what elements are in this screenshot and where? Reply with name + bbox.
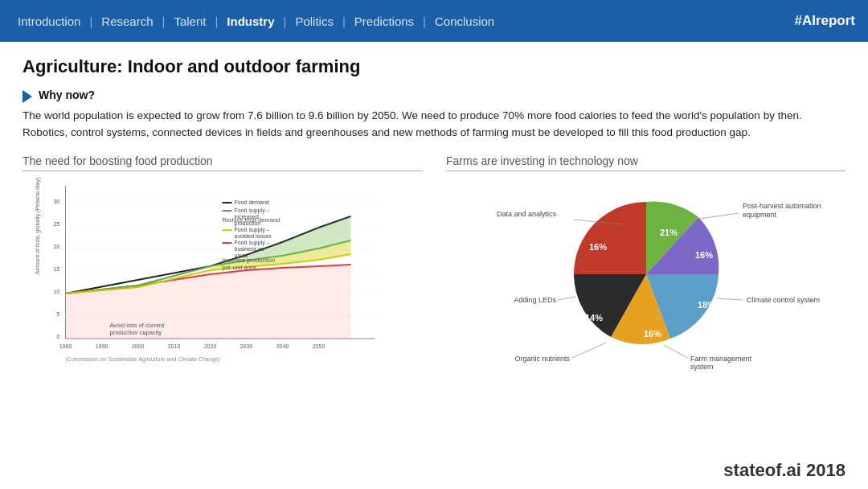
svg-rect-38: [223, 229, 232, 231]
svg-text:production capacity: production capacity: [110, 329, 162, 336]
nav-item-industry[interactable]: Industry: [222, 11, 279, 31]
navbar: Introduction | Research | Talent | Indus…: [0, 0, 868, 42]
svg-text:10: 10: [54, 289, 60, 294]
description-text: The world population is expected to grow…: [23, 108, 810, 142]
nav-separator: |: [215, 14, 218, 28]
nav-separator: |: [342, 14, 346, 28]
svg-marker-26: [66, 265, 351, 339]
svg-text:increased: increased: [235, 214, 259, 220]
svg-text:16%: 16%: [588, 242, 606, 252]
svg-line-61: [664, 345, 688, 358]
svg-text:0: 0: [57, 334, 60, 339]
pie-chart-container: 21% 16% 18% 16% 14% 16%: [446, 178, 845, 371]
svg-text:15: 15: [54, 266, 60, 272]
nav-item-politics[interactable]: Politics: [290, 11, 338, 31]
line-chart-container: 0 5 10 15 20 25 30 Amount of food, globa…: [23, 178, 422, 371]
svg-text:2050: 2050: [313, 343, 326, 349]
pie-chart-svg: 21% 16% 18% 16% 14% 16%: [453, 178, 839, 371]
svg-text:20: 20: [54, 244, 60, 249]
page-title: Agriculture: Indoor and outdoor farming: [23, 56, 845, 77]
svg-text:1990: 1990: [96, 343, 108, 349]
svg-text:2040: 2040: [276, 343, 289, 349]
nav-item-conclusion[interactable]: Conclusion: [430, 11, 499, 31]
svg-text:Amount of food, globally (Peta: Amount of food, globally (Petacal./day): [35, 178, 41, 274]
left-chart-title: The need for boosting food production: [23, 154, 422, 171]
why-now-arrow-icon: [23, 90, 32, 103]
svg-text:Farm management: Farm management: [690, 355, 752, 363]
nav-item-introduction[interactable]: Introduction: [13, 11, 85, 31]
svg-text:avoided losses: avoided losses: [235, 233, 272, 239]
svg-line-56: [694, 213, 739, 220]
svg-text:Avoid loss of current: Avoid loss of current: [110, 322, 166, 329]
svg-text:5: 5: [57, 311, 60, 317]
svg-text:2030: 2030: [240, 343, 253, 349]
svg-rect-41: [223, 242, 232, 244]
left-chart-section: The need for boosting food production 0 …: [23, 154, 422, 371]
charts-row: The need for boosting food production 0 …: [23, 154, 845, 371]
nav-links: Introduction | Research | Talent | Indus…: [13, 11, 499, 31]
svg-text:per unit area: per unit area: [223, 264, 257, 271]
svg-text:30: 30: [54, 199, 60, 204]
svg-text:14%: 14%: [584, 313, 602, 323]
svg-line-65: [558, 297, 575, 300]
svg-text:25: 25: [54, 221, 60, 227]
svg-text:usual: usual: [235, 253, 248, 258]
main-content: Agriculture: Indoor and outdoor farming …: [0, 42, 868, 379]
svg-text:16%: 16%: [694, 250, 712, 260]
svg-text:18%: 18%: [697, 300, 714, 310]
svg-text:system: system: [690, 363, 714, 371]
svg-text:16%: 16%: [643, 329, 661, 339]
svg-text:21%: 21%: [659, 228, 677, 237]
svg-text:Food demand: Food demand: [235, 199, 269, 205]
svg-text:equipment: equipment: [743, 211, 777, 219]
svg-text:Adding LEDs: Adding LEDs: [514, 296, 556, 304]
nav-item-research[interactable]: Research: [96, 11, 158, 31]
nav-item-predictions[interactable]: Predictions: [350, 11, 419, 31]
svg-text:2010: 2010: [168, 343, 181, 349]
svg-text:(Commission on Sustainable Agr: (Commission on Sustainable Agriculture a…: [66, 356, 220, 363]
svg-text:1980: 1980: [59, 343, 72, 349]
svg-text:production: production: [235, 220, 261, 227]
svg-text:Climate control system: Climate control system: [747, 296, 820, 304]
nav-separator: |: [423, 14, 426, 28]
svg-text:Data and analytics: Data and analytics: [496, 210, 556, 218]
nav-separator: |: [284, 14, 287, 28]
nav-separator: |: [162, 14, 166, 28]
right-chart-section: Farms are investing in technology now 21…: [446, 154, 845, 371]
svg-line-58: [717, 298, 743, 300]
nav-separator: |: [89, 14, 92, 28]
svg-rect-32: [223, 202, 232, 203]
why-now-label: Why now?: [39, 88, 95, 101]
why-now-container: Why now?: [23, 88, 845, 103]
svg-text:Food supply –: Food supply –: [235, 240, 270, 246]
footer-text: stateof.ai 2018: [723, 460, 845, 481]
svg-text:Food supply –: Food supply –: [235, 208, 270, 214]
svg-text:2000: 2000: [132, 343, 145, 349]
hashtag-label: #AIreport: [794, 13, 855, 29]
svg-text:Food supply –: Food supply –: [235, 227, 270, 233]
svg-text:2020: 2020: [204, 343, 217, 349]
svg-text:Organic nutrients: Organic nutrients: [514, 355, 570, 363]
line-chart-svg: 0 5 10 15 20 25 30 Amount of food, globa…: [23, 178, 422, 371]
right-chart-title: Farms are investing in technology now: [446, 154, 845, 171]
nav-item-talent[interactable]: Talent: [169, 11, 211, 31]
svg-rect-34: [223, 210, 232, 212]
svg-line-63: [572, 343, 606, 358]
svg-text:Increase production: Increase production: [223, 257, 276, 264]
svg-text:Post-harvest automation: Post-harvest automation: [743, 202, 821, 210]
svg-text:business as: business as: [235, 246, 264, 252]
